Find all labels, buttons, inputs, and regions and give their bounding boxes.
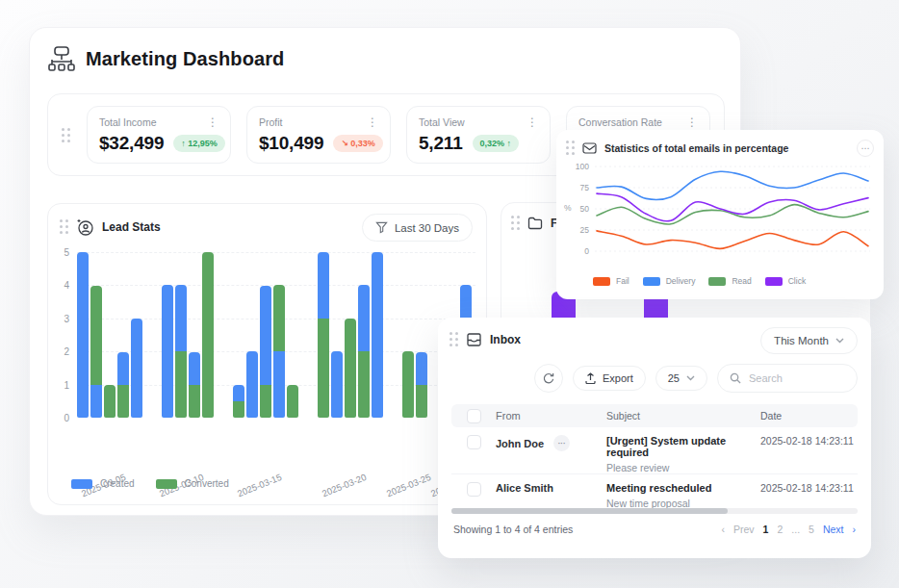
showing-entries-text: Showing 1 to 4 of 4 entries <box>453 524 573 535</box>
page-title: Marketing Dashboard <box>86 48 284 70</box>
legend-item: Converted <box>156 478 229 489</box>
stat-trend-badge: ↑ 12,95% <box>173 135 225 152</box>
row-subject-cell: Meeting rescheduledNew time proposal <box>606 482 760 509</box>
kebab-menu-icon[interactable]: ⋮ <box>527 117 538 127</box>
bar-segment-created <box>77 252 89 418</box>
legend-label: Click <box>788 276 806 286</box>
bar-group <box>233 285 298 418</box>
sender-name: John Doe <box>496 438 544 449</box>
period-dropdown[interactable]: This Month <box>760 327 858 354</box>
stacked-bar <box>77 252 89 418</box>
chevron-down-icon <box>686 375 695 381</box>
stacked-bar <box>189 352 200 418</box>
search-box <box>717 364 858 393</box>
bar-segment-created <box>131 319 142 418</box>
stacked-bar <box>246 351 258 418</box>
lead-user-icon <box>76 217 94 236</box>
stacked-bar <box>117 352 129 418</box>
kebab-menu-icon[interactable]: ⋮ <box>207 117 218 127</box>
x-axis-label: 2025-03-20 <box>321 472 368 499</box>
scrollbar-thumb[interactable] <box>451 508 728 514</box>
stat-card: Total Income⋮$32,499↑ 12,95% <box>87 106 231 164</box>
drag-handle-icon[interactable] <box>60 219 68 234</box>
table-row[interactable]: John Doe···[Urgent] System update requir… <box>451 427 858 474</box>
legend-swatch <box>71 479 92 489</box>
lead-stats-legend: CreatedConverted <box>71 478 229 489</box>
bar-segment-converted <box>117 385 129 418</box>
legend-item: Created <box>71 478 135 489</box>
row-checkbox[interactable] <box>467 435 481 449</box>
select-all-checkbox[interactable] <box>467 409 481 423</box>
pagination-item[interactable]: ... <box>791 524 800 535</box>
row-checkbox[interactable] <box>467 482 481 497</box>
stacked-bar <box>202 252 214 418</box>
page-size-dropdown[interactable]: 25 <box>655 366 707 391</box>
pagination-item[interactable]: Next <box>823 524 844 535</box>
pagination-item[interactable]: › <box>853 524 857 535</box>
stat-label: Conversation Rate <box>578 116 662 128</box>
stat-card-header: Conversation Rate⋮ <box>578 116 698 128</box>
stat-card-header: Profit⋮ <box>259 116 378 128</box>
legend-item: Fail <box>593 276 629 286</box>
stat-value-row: $32,499↑ 12,95% <box>99 133 218 154</box>
legend-item: Read <box>708 276 751 286</box>
drag-handle-icon[interactable] <box>511 216 520 230</box>
inbox-table: From Subject Date John Doe···[Urgent] Sy… <box>451 404 858 511</box>
bar-segment-converted <box>104 385 116 418</box>
stat-card-header: Total Income⋮ <box>99 116 218 128</box>
legend-item: Delivery <box>643 276 696 286</box>
line-series-fail <box>597 231 868 249</box>
drag-handle-icon[interactable] <box>450 332 458 346</box>
more-options-button[interactable]: ⋯ <box>857 140 874 157</box>
table-row[interactable]: Alice SmithMeeting rescheduledNew time p… <box>451 474 858 511</box>
stacked-bar <box>90 286 102 418</box>
stacked-bar <box>345 319 356 418</box>
inbox-footer: Showing 1 to 4 of 4 entries ‹Prev12...5N… <box>453 524 856 535</box>
lead-stats-card: Lead Stats Last 30 Days 2025-03-052025-0… <box>47 203 487 505</box>
legend-label: Converted <box>185 478 229 489</box>
sender-name: Alice Smith <box>496 482 553 494</box>
row-from-cell: Alice Smith <box>496 482 606 494</box>
bar-segment-created <box>175 285 187 351</box>
y-tick-label: 4 <box>54 280 69 291</box>
last-30-days-filter-button[interactable]: Last 30 Days <box>362 214 473 242</box>
legend-swatch <box>156 479 177 489</box>
pagination-item[interactable]: 1 <box>763 524 769 535</box>
bar-segment-created <box>372 252 383 418</box>
bar-segment-converted <box>358 351 370 418</box>
pagination-item[interactable]: 2 <box>777 524 783 535</box>
kebab-menu-icon[interactable]: ⋮ <box>686 117 698 127</box>
folder-icon <box>527 217 543 230</box>
y-tick-label: 75 <box>564 183 589 192</box>
drag-handle-icon[interactable] <box>566 141 575 155</box>
drag-handle-icon[interactable] <box>62 128 70 142</box>
search-input[interactable] <box>749 372 845 384</box>
kebab-menu-icon[interactable]: ⋮ <box>367 117 378 127</box>
lead-stats-title: Lead Stats <box>102 220 161 234</box>
envelope-icon <box>582 142 597 154</box>
table-header-row: From Subject Date <box>451 404 858 427</box>
bar-segment-created <box>117 352 129 385</box>
export-button[interactable]: Export <box>573 366 646 391</box>
refresh-button[interactable] <box>534 364 563 393</box>
y-tick-label: 0 <box>564 246 589 256</box>
bar-segment-converted <box>273 285 285 351</box>
stat-value: $10,499 <box>259 133 323 154</box>
bar-segment-converted <box>345 319 356 418</box>
page-size-value: 25 <box>668 372 680 384</box>
row-actions-button[interactable]: ··· <box>553 435 570 451</box>
upload-icon <box>585 372 596 384</box>
row-checkbox-cell <box>451 482 496 497</box>
horizontal-scrollbar[interactable] <box>451 508 858 514</box>
period-label: This Month <box>774 335 829 346</box>
bar-segment-converted <box>416 385 427 418</box>
pagination-item[interactable]: 5 <box>809 524 814 535</box>
bar-segment-converted <box>90 286 102 385</box>
pagination-item[interactable]: ‹ <box>722 524 726 535</box>
inbox-card: Inbox This Month <box>438 318 871 558</box>
legend-swatch <box>765 277 783 286</box>
pagination-item[interactable]: Prev <box>733 524 755 535</box>
legend-swatch <box>593 277 610 286</box>
stacked-bar <box>233 385 244 418</box>
subject-text: [Urgent] System update required <box>606 435 760 458</box>
